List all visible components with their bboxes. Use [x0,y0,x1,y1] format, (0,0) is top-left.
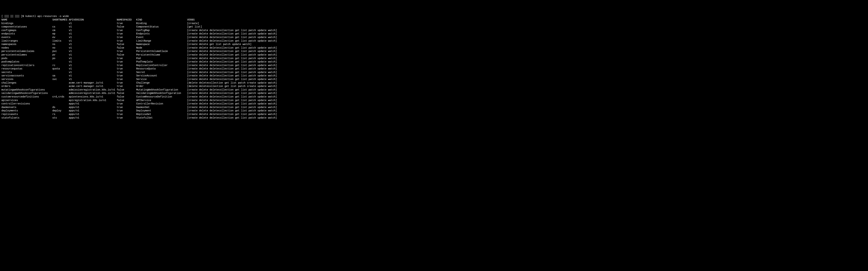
table-row: deployments deploy apps/v1 true Deployme… [1,109,867,113]
cell-name: replicationcontrollers [1,64,53,67]
cell-name: configmaps [1,29,53,32]
cell-kind: Event [136,36,187,39]
cell-verbs: [create delete deletecollection get list… [187,78,277,81]
cell-shortnames [53,81,69,84]
cell-apiversion: admissionregistration.k8s.io/v1 [69,92,117,94]
cell-name: customresourcedefinitions [1,95,53,98]
cell-verbs: [create delete deletecollection get list… [187,95,277,98]
redacted-host-segment: ██ [10,15,13,18]
table-row: orders acme.cert-manager.io/v1 true Orde… [1,85,867,88]
cell-name: pods [1,57,53,60]
cell-shortnames: cs [53,25,69,28]
cell-verbs: [get list] [187,25,202,28]
cell-apiversion: apps/v1 [69,116,117,119]
cell-name: resourcequotas [1,67,53,70]
cell-shortnames: limits [53,39,69,42]
cell-verbs: [create delete deletecollection get list… [187,99,277,102]
cell-namespaced: true [117,32,136,35]
cell-name: nodes [1,47,53,49]
cell-shortnames [53,85,69,88]
cell-namespaced: true [117,67,136,70]
cell-apiversion: v1 [69,67,117,70]
cell-shortnames: rc [53,64,69,67]
cell-name: secrets [1,71,53,74]
cell-namespaced: true [117,81,136,84]
cell-kind: ValidatingWebhookConfiguration [136,92,187,94]
cell-kind: DaemonSet [136,106,187,109]
cell-shortnames [53,92,69,94]
cell-name: serviceaccounts [1,74,53,77]
cell-shortnames: no [53,47,69,49]
cell-namespaced: true [117,109,136,112]
cell-apiversion: v1 [69,29,117,32]
cell-apiversion: apiextensions.k8s.io/v1 [69,95,117,98]
cell-shortnames: rs [53,113,69,116]
cell-kind: StatefulSet [136,116,187,119]
cell-namespaced: true [117,116,136,119]
table-row: mutatingwebhookconfigurations admissionr… [1,88,867,92]
cell-verbs: [create delete deletecollection get list… [187,39,277,42]
cell-name: namespaces [1,43,53,46]
table-row: secrets v1 true Secret [create delete de… [1,71,867,74]
col-header-shortnames: SHORTNAMES [53,18,69,21]
col-header-apiversion: APIVERSION [69,18,117,21]
cell-kind: MutatingWebhookConfiguration [136,88,187,91]
cell-name: replicasets [1,113,53,116]
cell-namespaced: true [117,60,136,63]
cell-kind: Node [136,47,187,49]
prompt-line: [ ███ ██ ███ ]$ kubectl api-resources -o… [1,15,867,18]
table-row: persistentvolumes pv v1 false Persistent… [1,53,867,57]
cell-apiversion: apps/v1 [69,113,117,116]
cell-verbs: [create delete deletecollection get list… [187,32,277,35]
cell-shortnames [53,22,69,25]
cell-verbs: [create delete deletecollection get list… [187,106,277,109]
cell-apiversion: v1 [69,60,117,63]
cell-name: challenges [1,81,53,84]
table-row: controllerrevisions apps/v1 true Control… [1,102,867,106]
cell-kind: ConfigMap [136,29,187,32]
cell-verbs: [create delete deletecollection get list… [187,92,277,94]
cell-verbs: [create delete deletecollection get list… [187,102,277,105]
prompt-prefix: [ [1,15,4,18]
cell-verbs: [delete deletecollection get list patch … [187,85,277,88]
cell-shortnames: quota [53,67,69,70]
table-row: replicationcontrollers rc v1 true Replic… [1,64,867,67]
cell-apiversion: v1 [69,64,117,67]
cell-kind: APIService [136,99,187,102]
cell-name: persistentvolumes [1,53,53,56]
cell-shortnames: pv [53,53,69,56]
cell-verbs: [create delete deletecollection get list… [187,29,277,32]
cell-namespaced: true [117,36,136,39]
table-row: componentstatuses cs v1 false ComponentS… [1,25,867,29]
cell-name: events [1,36,53,39]
cell-name: daemonsets [1,106,53,109]
cell-kind: ResourceQuota [136,67,187,70]
cell-name: componentstatuses [1,25,53,28]
table-row: resourcequotas quota v1 true ResourceQuo… [1,67,867,71]
terminal-output[interactable]: [ ███ ██ ███ ]$ kubectl api-resources -o… [1,15,867,119]
cell-shortnames [53,60,69,63]
cell-namespaced: true [117,57,136,60]
cell-verbs: [create delete deletecollection get list… [187,88,277,91]
cell-apiversion: apiregistration.k8s.io/v1 [69,99,117,102]
cell-verbs: [create delete deletecollection get list… [187,71,277,74]
cell-verbs: [create delete deletecollection get list… [187,47,277,49]
cell-kind: ControllerRevision [136,102,187,105]
table-row: daemonsets ds apps/v1 true DaemonSet [cr… [1,106,867,109]
cell-namespaced: true [117,74,136,77]
cell-namespaced: true [117,113,136,116]
table-row: podtemplates v1 true PodTemplate [create… [1,60,867,64]
cell-kind: Deployment [136,109,187,112]
cell-kind: CustomResourceDefinition [136,95,187,98]
cell-verbs: [create delete deletecollection get list… [187,116,277,119]
cell-name: bindings [1,22,53,25]
table-row: services svc v1 true Service [create del… [1,78,867,81]
cell-namespaced: false [117,92,136,94]
col-header-kind: KIND [136,18,187,21]
table-row: nodes no v1 false Node [create delete de… [1,46,867,50]
table-row: persistentvolumeclaims pvc v1 true Persi… [1,50,867,53]
cell-namespaced: true [117,71,136,74]
cell-shortnames: sts [53,116,69,119]
cell-shortnames: ns [53,43,69,46]
cell-verbs: [create delete deletecollection get list… [187,57,277,60]
